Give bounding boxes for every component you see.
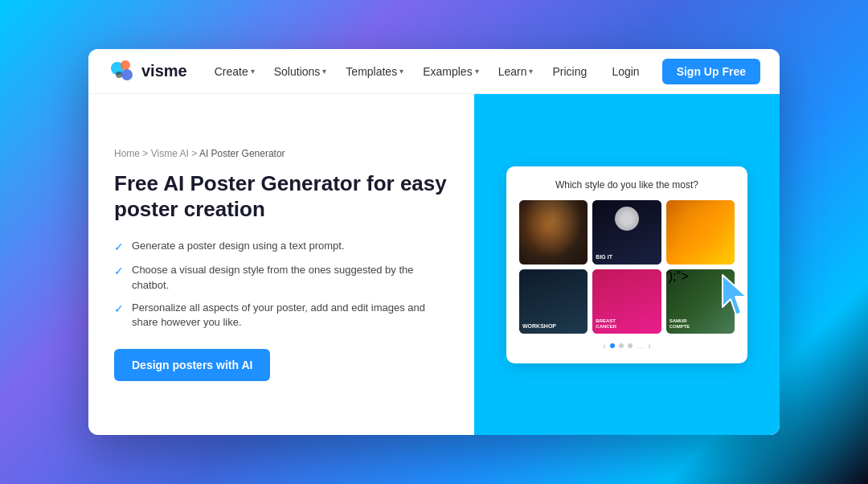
chevron-down-icon: ▾	[529, 67, 533, 76]
feature-list: ✓ Generate a poster design using a text …	[114, 239, 448, 330]
chevron-down-icon: ▾	[399, 67, 403, 76]
poster-label-breast-cancer: BREASTCANCER	[596, 318, 616, 330]
feature-text-2: Choose a visual design style from the on…	[132, 263, 448, 292]
feature-text-1: Generate a poster design using a text pr…	[132, 239, 345, 253]
nav-create[interactable]: Create ▾	[207, 60, 263, 83]
breadcrumb: Home > Visme AI > AI Poster Generator	[114, 148, 448, 159]
nav-pricing[interactable]: Pricing	[544, 60, 595, 83]
poster-cell-dark: BIG IT	[592, 200, 661, 265]
breadcrumb-visme-ai[interactable]: Visme AI	[151, 148, 189, 159]
svg-point-2	[121, 69, 133, 80]
poster-cell-food	[519, 200, 588, 265]
prev-arrow[interactable]: ‹	[603, 342, 605, 351]
poster-cell-workshop: WORKSHOP	[519, 269, 588, 334]
signup-button[interactable]: Sign Up Free	[662, 59, 760, 84]
svg-point-1	[121, 60, 130, 70]
mockup-title: Which style do you like the most?	[519, 179, 735, 191]
chevron-down-icon: ▾	[322, 67, 326, 76]
nav-solutions[interactable]: Solutions ▾	[266, 60, 335, 83]
nav-links: Create ▾ Solutions ▾ Templates ▾ Example…	[207, 60, 600, 83]
nav-learn[interactable]: Learn ▾	[490, 60, 542, 83]
breadcrumb-home[interactable]: Home	[114, 148, 140, 159]
feature-item: ✓ Choose a visual design style from the …	[114, 263, 448, 292]
poster-cell-orange	[666, 200, 735, 265]
left-panel: Home > Visme AI > AI Poster Generator Fr…	[88, 94, 474, 435]
content-area: Home > Visme AI > AI Poster Generator Fr…	[88, 94, 780, 435]
cta-button[interactable]: Design posters with AI	[114, 349, 270, 381]
pagination-dot-3[interactable]	[628, 343, 633, 348]
login-button[interactable]: Login	[599, 59, 652, 84]
check-icon: ✓	[114, 240, 124, 256]
feature-item: ✓ Personalize all aspects of your poster…	[114, 301, 448, 330]
poster-label-workshop: WORKSHOP	[522, 323, 556, 330]
nav-examples[interactable]: Examples ▾	[415, 60, 486, 83]
chevron-down-icon: ▾	[251, 67, 255, 76]
check-icon: ✓	[114, 264, 124, 280]
navbar: visme Create ▾ Solutions ▾ Templates ▾ E…	[88, 49, 780, 94]
next-arrow[interactable]: ›	[649, 342, 651, 351]
nav-right: Login Sign Up Free	[599, 59, 760, 84]
pagination-dot-1[interactable]	[610, 343, 615, 348]
feature-text-3: Personalize all aspects of your poster, …	[132, 301, 448, 330]
logo[interactable]: visme	[108, 57, 187, 86]
right-panel: Which style do you like the most? BIG IT	[474, 94, 780, 435]
feature-item: ✓ Generate a poster design using a text …	[114, 239, 448, 256]
chevron-down-icon: ▾	[475, 67, 479, 76]
cursor-arrow-icon	[719, 271, 759, 319]
mockup-card: Which style do you like the most? BIG IT	[506, 166, 747, 363]
poster-label-nature: SAMURCOMPTE	[669, 318, 690, 330]
breadcrumb-current: AI Poster Generator	[199, 148, 285, 159]
poster-grid: BIG IT WORKSHOP BREASTCANCER	[519, 200, 735, 334]
main-card: visme Create ▾ Solutions ▾ Templates ▾ E…	[88, 49, 780, 435]
nav-templates[interactable]: Templates ▾	[338, 60, 411, 83]
svg-marker-4	[723, 275, 747, 315]
hero-title: Free AI Poster Generator for easy poster…	[114, 170, 448, 223]
svg-point-3	[116, 72, 122, 78]
visme-logo-icon	[108, 57, 137, 86]
pagination-dot-2[interactable]	[619, 343, 624, 348]
check-icon: ✓	[114, 301, 124, 318]
poster-label: BIG IT	[596, 254, 612, 260]
logo-text: visme	[141, 62, 187, 80]
pagination: ‹ … ›	[519, 342, 735, 351]
poster-cell-pink: BREASTCANCER	[592, 269, 661, 334]
